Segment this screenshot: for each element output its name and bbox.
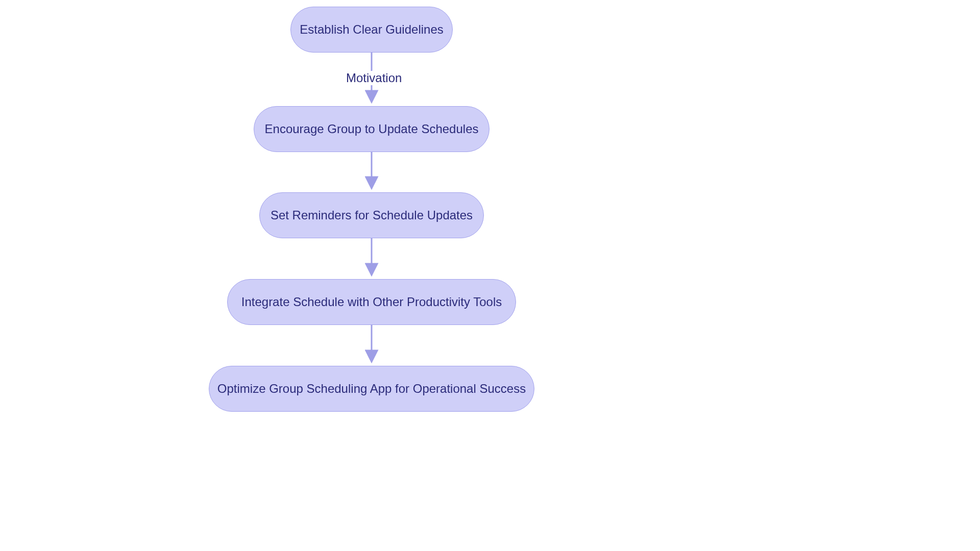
node-label: Set Reminders for Schedule Updates [271,208,473,222]
node-label: Encourage Group to Update Schedules [265,122,479,136]
node-optimize-app: Optimize Group Scheduling App for Operat… [209,366,534,412]
node-label: Optimize Group Scheduling App for Operat… [217,382,526,396]
edge-label-motivation: Motivation [344,71,404,85]
node-encourage-updates: Encourage Group to Update Schedules [254,106,489,152]
node-set-reminders: Set Reminders for Schedule Updates [259,192,484,238]
flowchart-canvas: Motivation Establish Clear Guidelines En… [0,0,980,551]
node-label: Integrate Schedule with Other Productivi… [241,295,502,309]
node-establish-guidelines: Establish Clear Guidelines [290,7,453,53]
node-integrate-tools: Integrate Schedule with Other Productivi… [227,279,516,325]
node-label: Establish Clear Guidelines [300,22,443,37]
edges-layer [0,0,980,551]
